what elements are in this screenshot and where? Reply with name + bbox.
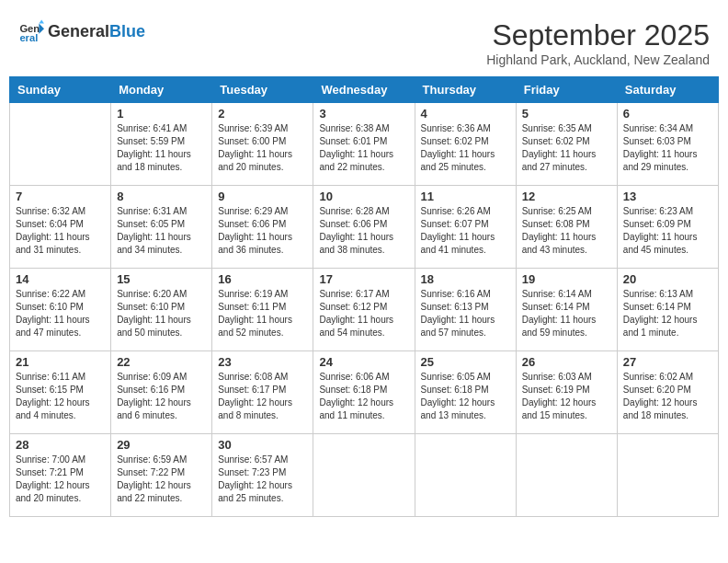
day-cell: 29Sunrise: 6:59 AM Sunset: 7:22 PM Dayli… [111, 434, 212, 517]
calendar-header: SundayMondayTuesdayWednesdayThursdayFrid… [10, 77, 719, 103]
day-content: Sunrise: 6:09 AM Sunset: 6:16 PM Dayligh… [117, 371, 206, 422]
day-cell [617, 434, 718, 517]
day-content: Sunrise: 6:26 AM Sunset: 6:07 PM Dayligh… [421, 205, 510, 257]
day-cell: 12Sunrise: 6:25 AM Sunset: 6:08 PM Dayli… [516, 186, 617, 269]
header-cell-saturday: Saturday [617, 77, 718, 103]
day-cell: 11Sunrise: 6:26 AM Sunset: 6:07 PM Dayli… [415, 186, 516, 269]
day-cell: 18Sunrise: 6:16 AM Sunset: 6:13 PM Dayli… [415, 269, 516, 351]
day-content: Sunrise: 6:19 AM Sunset: 6:11 PM Dayligh… [218, 288, 307, 339]
day-cell: 3Sunrise: 6:38 AM Sunset: 6:01 PM Daylig… [313, 103, 415, 186]
day-number: 7 [16, 190, 105, 203]
day-content: Sunrise: 6:22 AM Sunset: 6:10 PM Dayligh… [16, 288, 105, 339]
header: Gen eral GeneralBlue September 2025 High… [9, 9, 719, 72]
day-cell: 28Sunrise: 7:00 AM Sunset: 7:21 PM Dayli… [10, 434, 111, 517]
svg-marker-3 [39, 19, 44, 23]
header-cell-wednesday: Wednesday [313, 77, 415, 103]
day-number: 25 [421, 355, 510, 369]
day-number: 29 [117, 438, 206, 452]
day-cell: 19Sunrise: 6:14 AM Sunset: 6:14 PM Dayli… [516, 269, 617, 351]
day-content: Sunrise: 6:25 AM Sunset: 6:08 PM Dayligh… [522, 205, 611, 257]
title-area: September 2025 Highland Park, Auckland, … [486, 18, 710, 67]
day-content: Sunrise: 6:03 AM Sunset: 6:19 PM Dayligh… [522, 371, 611, 422]
day-content: Sunrise: 6:14 AM Sunset: 6:14 PM Dayligh… [522, 288, 611, 339]
month-title: September 2025 [486, 18, 710, 52]
day-cell: 6Sunrise: 6:34 AM Sunset: 6:03 PM Daylig… [617, 103, 718, 186]
day-number: 21 [16, 355, 105, 369]
header-cell-friday: Friday [516, 77, 617, 103]
day-content: Sunrise: 6:57 AM Sunset: 7:23 PM Dayligh… [218, 454, 307, 505]
day-content: Sunrise: 6:20 AM Sunset: 6:10 PM Dayligh… [117, 288, 206, 339]
week-row-0: 1Sunrise: 6:41 AM Sunset: 5:59 PM Daylig… [10, 103, 719, 186]
day-number: 6 [623, 107, 712, 121]
day-content: Sunrise: 6:29 AM Sunset: 6:06 PM Dayligh… [218, 205, 307, 257]
day-cell: 1Sunrise: 6:41 AM Sunset: 5:59 PM Daylig… [111, 103, 212, 186]
day-content: Sunrise: 6:34 AM Sunset: 6:03 PM Dayligh… [623, 122, 712, 174]
header-cell-sunday: Sunday [10, 77, 111, 103]
day-cell: 26Sunrise: 6:03 AM Sunset: 6:19 PM Dayli… [516, 351, 617, 434]
day-content: Sunrise: 6:36 AM Sunset: 6:02 PM Dayligh… [421, 122, 510, 174]
day-cell: 14Sunrise: 6:22 AM Sunset: 6:10 PM Dayli… [10, 269, 111, 351]
day-content: Sunrise: 6:13 AM Sunset: 6:14 PM Dayligh… [623, 288, 712, 339]
week-row-4: 28Sunrise: 7:00 AM Sunset: 7:21 PM Dayli… [10, 434, 719, 517]
day-number: 17 [319, 272, 408, 286]
day-cell: 5Sunrise: 6:35 AM Sunset: 6:02 PM Daylig… [516, 103, 617, 186]
day-cell [313, 434, 415, 517]
day-number: 12 [522, 190, 611, 203]
day-number: 1 [117, 107, 206, 121]
day-number: 22 [117, 355, 206, 369]
week-row-3: 21Sunrise: 6:11 AM Sunset: 6:15 PM Dayli… [10, 351, 719, 434]
calendar: SundayMondayTuesdayWednesdayThursdayFrid… [9, 76, 719, 517]
svg-marker-2 [39, 24, 44, 34]
header-cell-tuesday: Tuesday [212, 77, 313, 103]
day-content: Sunrise: 6:05 AM Sunset: 6:18 PM Dayligh… [421, 371, 510, 422]
day-cell [516, 434, 617, 517]
day-content: Sunrise: 6:41 AM Sunset: 5:59 PM Dayligh… [117, 122, 206, 174]
day-number: 10 [319, 190, 408, 203]
day-number: 24 [319, 355, 408, 369]
day-content: Sunrise: 6:17 AM Sunset: 6:12 PM Dayligh… [319, 288, 408, 339]
logo-icon: Gen eral [18, 18, 44, 44]
day-content: Sunrise: 6:08 AM Sunset: 6:17 PM Dayligh… [218, 371, 307, 422]
logo: Gen eral GeneralBlue [18, 18, 145, 44]
day-content: Sunrise: 6:31 AM Sunset: 6:05 PM Dayligh… [117, 205, 206, 257]
day-number: 19 [522, 272, 611, 286]
day-number: 14 [16, 272, 105, 286]
day-content: Sunrise: 6:39 AM Sunset: 6:00 PM Dayligh… [218, 122, 307, 174]
day-cell: 27Sunrise: 6:02 AM Sunset: 6:20 PM Dayli… [617, 351, 718, 434]
day-number: 4 [421, 107, 510, 121]
day-cell: 25Sunrise: 6:05 AM Sunset: 6:18 PM Dayli… [415, 351, 516, 434]
logo-text-blue: Blue [109, 22, 145, 40]
day-number: 15 [117, 272, 206, 286]
day-content: Sunrise: 6:59 AM Sunset: 7:22 PM Dayligh… [117, 454, 206, 505]
day-cell: 2Sunrise: 6:39 AM Sunset: 6:00 PM Daylig… [212, 103, 313, 186]
day-cell: 20Sunrise: 6:13 AM Sunset: 6:14 PM Dayli… [617, 269, 718, 351]
day-content: Sunrise: 6:38 AM Sunset: 6:01 PM Dayligh… [319, 122, 408, 174]
day-cell: 23Sunrise: 6:08 AM Sunset: 6:17 PM Dayli… [212, 351, 313, 434]
day-content: Sunrise: 6:11 AM Sunset: 6:15 PM Dayligh… [16, 371, 105, 422]
day-content: Sunrise: 6:23 AM Sunset: 6:09 PM Dayligh… [623, 205, 712, 257]
day-cell: 17Sunrise: 6:17 AM Sunset: 6:12 PM Dayli… [313, 269, 415, 351]
day-cell [415, 434, 516, 517]
svg-text:eral: eral [19, 32, 38, 43]
day-number: 27 [623, 355, 712, 369]
day-number: 20 [623, 272, 712, 286]
day-cell: 22Sunrise: 6:09 AM Sunset: 6:16 PM Dayli… [111, 351, 212, 434]
day-number: 30 [218, 438, 307, 452]
day-cell: 21Sunrise: 6:11 AM Sunset: 6:15 PM Dayli… [10, 351, 111, 434]
day-content: Sunrise: 6:06 AM Sunset: 6:18 PM Dayligh… [319, 371, 408, 422]
day-number: 23 [218, 355, 307, 369]
day-cell: 24Sunrise: 6:06 AM Sunset: 6:18 PM Dayli… [313, 351, 415, 434]
day-cell: 16Sunrise: 6:19 AM Sunset: 6:11 PM Dayli… [212, 269, 313, 351]
day-cell: 13Sunrise: 6:23 AM Sunset: 6:09 PM Dayli… [617, 186, 718, 269]
day-number: 2 [218, 107, 307, 121]
week-row-1: 7Sunrise: 6:32 AM Sunset: 6:04 PM Daylig… [10, 186, 719, 269]
day-cell: 7Sunrise: 6:32 AM Sunset: 6:04 PM Daylig… [10, 186, 111, 269]
day-cell: 10Sunrise: 6:28 AM Sunset: 6:06 PM Dayli… [313, 186, 415, 269]
day-cell [10, 103, 111, 186]
header-cell-monday: Monday [111, 77, 212, 103]
day-content: Sunrise: 6:32 AM Sunset: 6:04 PM Dayligh… [16, 205, 105, 257]
day-cell: 4Sunrise: 6:36 AM Sunset: 6:02 PM Daylig… [415, 103, 516, 186]
day-content: Sunrise: 6:35 AM Sunset: 6:02 PM Dayligh… [522, 122, 611, 174]
day-number: 18 [421, 272, 510, 286]
header-row: SundayMondayTuesdayWednesdayThursdayFrid… [10, 77, 719, 103]
